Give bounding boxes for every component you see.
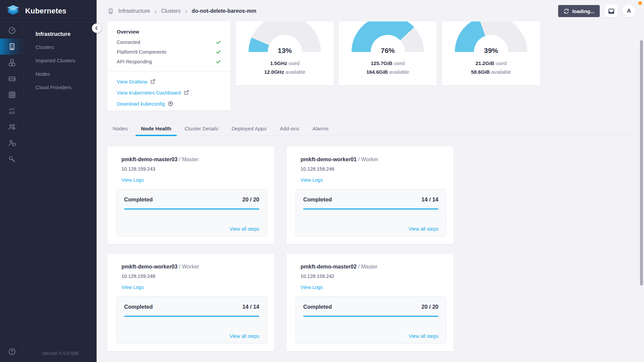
view-all-steps-link[interactable]: View all steps <box>409 226 438 232</box>
steps-panel: Completed 14 / 14 View all steps <box>116 296 267 344</box>
cpu-gauge-card: 13% 1.5GHz used 12.0GHz available <box>236 21 334 85</box>
steps-progress-bar <box>303 208 438 209</box>
workloads-icon <box>8 90 16 99</box>
api-keys-icon <box>8 155 16 164</box>
node-card: pmkft-demo-worker03 / Worker 10.128.159.… <box>107 254 274 351</box>
view-all-steps-link[interactable]: View all steps <box>230 334 259 339</box>
steps-count: 20 / 20 <box>243 196 259 203</box>
monitoring-icon <box>8 107 16 115</box>
sidebar-collapse-button[interactable] <box>92 23 101 33</box>
vertical-scrollbar-thumb[interactable] <box>640 40 643 286</box>
steps-progress-bar <box>303 316 438 317</box>
memory-gauge-card: 76% 125.7GiB used 164.6GiB available <box>339 21 437 85</box>
steps-count: 14 / 14 <box>422 196 438 203</box>
loading-button[interactable]: loading... <box>558 5 600 17</box>
node-title: pmkft-demo-master02 / Master <box>301 264 446 270</box>
tab-deployed-apps[interactable]: Deployed Apps <box>226 122 272 135</box>
external-link-icon <box>184 90 189 95</box>
node-ip: 10.128.159.246 <box>301 166 446 172</box>
chevron-left-icon <box>94 26 99 31</box>
avatar-initial: A <box>627 8 631 14</box>
overview-links: View Grafana View Kubernetes Dashboard D… <box>107 71 230 107</box>
breadcrumb-current-cluster: do-not-delete-bareos-mm <box>192 8 256 14</box>
product-title: Kubernetes <box>25 7 66 15</box>
inbox-button[interactable] <box>605 5 618 17</box>
link-label: Download kubeconfig <box>117 101 165 107</box>
cpu-gauge-detail: 1.5GHz used 12.0GHz available <box>236 59 334 76</box>
rail-item-dashboard[interactable] <box>0 22 24 39</box>
infrastructure-icon <box>8 42 16 51</box>
rail-item-api-keys[interactable] <box>0 151 24 167</box>
steps-status: Completed <box>124 304 153 310</box>
overview-check-row: Connected <box>107 37 230 47</box>
rail-item-monitoring[interactable] <box>0 103 24 119</box>
storage-gauge-card: 39% 21.2GiB used 58.6GiB available <box>442 21 540 85</box>
rail-item-user-management[interactable] <box>0 119 24 135</box>
content-area: Overview Connected Platform9 Components … <box>97 21 644 362</box>
overview-title: Overview <box>107 21 230 37</box>
rail-item-infrastructure[interactable] <box>0 39 24 55</box>
tab-add-ons[interactable]: Add-ons <box>274 122 305 135</box>
rail-item-help[interactable] <box>0 347 24 356</box>
view-grafana-link[interactable]: View Grafana <box>117 78 221 85</box>
link-label: View Kubernetes Dashboard <box>117 90 181 96</box>
storage-icon <box>8 74 16 83</box>
rail-item-access-profiles[interactable] <box>0 135 24 151</box>
check-icon <box>216 49 221 55</box>
rail-item-workloads[interactable] <box>0 87 24 103</box>
download-kubeconfig-link[interactable]: Download kubeconfig <box>117 100 221 107</box>
top-controls: loading... A <box>558 5 635 17</box>
tab-nodes[interactable]: Nodes <box>107 122 133 135</box>
tab-alarms[interactable]: Alarms <box>307 122 334 135</box>
link-label: View Grafana <box>117 79 147 84</box>
user-avatar[interactable]: A <box>623 5 635 17</box>
tab-node-health[interactable]: Node Health <box>136 122 176 135</box>
node-ip: 10.128.159.248 <box>121 274 267 279</box>
inbox-tray-icon <box>608 8 615 15</box>
sidebar-item-nodes[interactable]: Nodes <box>36 67 97 81</box>
overview-check-row: API Responding <box>107 57 230 66</box>
upload-circle-icon <box>168 101 173 107</box>
sidebar-item-imported-clusters[interactable]: Imported Clusters <box>36 54 97 67</box>
rail-item-apps[interactable] <box>0 55 24 71</box>
sidebar-item-cloud-providers[interactable]: Cloud Providers <box>36 81 97 94</box>
view-kubernetes-dashboard-link[interactable]: View Kubernetes Dashboard <box>117 89 221 96</box>
notification-dot <box>638 1 642 5</box>
check-icon <box>216 40 221 45</box>
apps-icon <box>8 58 16 67</box>
steps-status: Completed <box>124 196 153 203</box>
breadcrumb-clusters[interactable]: Clusters <box>161 8 181 14</box>
steps-progress-bar <box>124 208 259 209</box>
user-management-icon <box>8 123 16 131</box>
steps-progress-bar <box>124 316 259 317</box>
steps-count: 14 / 14 <box>243 304 259 310</box>
access-shield-icon <box>8 139 16 147</box>
breadcrumb-separator-icon: › <box>154 8 157 14</box>
main-area: Infrastructure › Clusters › do-not-delet… <box>97 0 644 362</box>
cluster-tabs: Nodes Node Health Cluster Details Deploy… <box>107 122 632 136</box>
sidebar-item-clusters[interactable]: Clusters <box>36 41 97 54</box>
cpu-gauge-percent: 13% <box>236 47 334 55</box>
view-all-steps-link[interactable]: View all steps <box>230 226 259 232</box>
breadcrumb-infrastructure[interactable]: Infrastructure <box>118 8 150 14</box>
view-logs-link[interactable]: View Logs <box>301 285 323 290</box>
memory-gauge-detail: 125.7GiB used 164.6GiB available <box>339 59 437 76</box>
storage-gauge-percent: 39% <box>442 47 540 55</box>
view-logs-link[interactable]: View Logs <box>301 177 323 183</box>
steps-panel: Completed 14 / 14 View all steps <box>296 189 446 236</box>
memory-gauge-percent: 76% <box>339 47 437 55</box>
loading-button-label: loading... <box>572 8 594 14</box>
view-logs-link[interactable]: View Logs <box>121 285 144 290</box>
top-bar: Infrastructure › Clusters › do-not-delet… <box>97 0 644 22</box>
rail-item-storage[interactable] <box>0 71 24 87</box>
sidebar-menu: Infrastructure Clusters Imported Cluster… <box>24 22 97 362</box>
node-title: pmkft-demo-worker01 / Worker <box>301 157 446 163</box>
view-all-steps-link[interactable]: View all steps <box>409 334 438 339</box>
sidebar-section-title: Infrastructure <box>36 31 97 37</box>
logo-bar: Kubernetes <box>0 0 97 22</box>
tab-cluster-details[interactable]: Cluster Details <box>179 122 224 135</box>
check-label: API Responding <box>117 59 152 64</box>
view-logs-link[interactable]: View Logs <box>121 177 144 183</box>
breadcrumb-separator-icon: › <box>185 8 187 14</box>
overview-check-row: Platform9 Components <box>107 47 230 57</box>
